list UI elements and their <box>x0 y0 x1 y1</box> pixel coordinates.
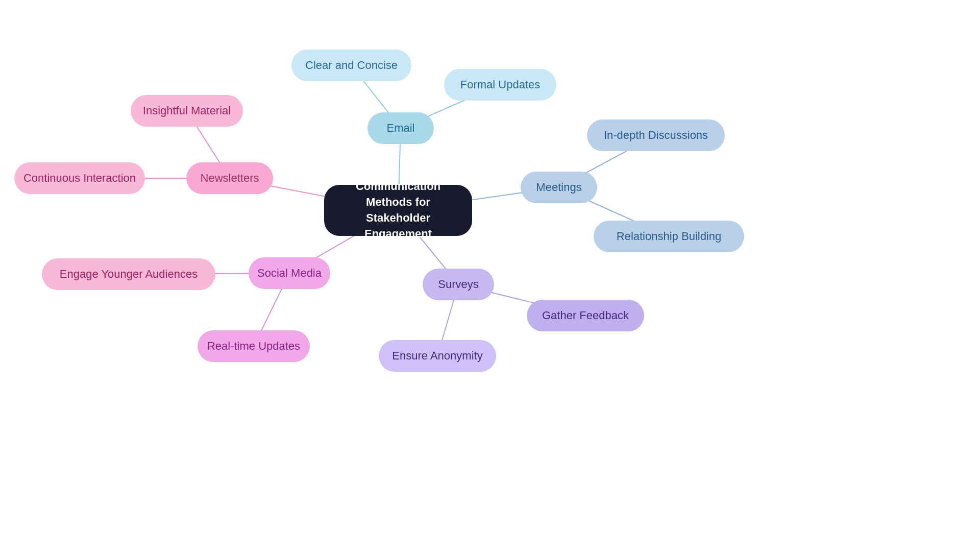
ensure-anon-label: Ensure Anonymity <box>392 349 482 363</box>
continuous-node: Continuous Interaction <box>14 162 145 194</box>
insightful-node: Insightful Material <box>131 95 243 127</box>
newsletters-label: Newsletters <box>201 172 259 185</box>
center-label: Communication Methods for Stakeholder En… <box>338 179 458 242</box>
social-media-node: Social Media <box>249 257 330 289</box>
realtime-label: Real-time Updates <box>207 340 300 353</box>
meetings-node: Meetings <box>521 172 597 203</box>
email-label: Email <box>386 122 414 135</box>
relationship-label: Relationship Building <box>617 230 721 243</box>
gather-feedback-node: Gather Feedback <box>527 300 644 331</box>
newsletters-node: Newsletters <box>186 162 273 194</box>
in-depth-label: In-depth Discussions <box>604 129 708 142</box>
insightful-label: Insightful Material <box>143 104 231 117</box>
engage-younger-node: Engage Younger Audiences <box>42 258 215 290</box>
engage-younger-label: Engage Younger Audiences <box>60 268 198 281</box>
surveys-label: Surveys <box>438 278 478 291</box>
relationship-node: Relationship Building <box>594 221 744 252</box>
surveys-node: Surveys <box>423 269 494 300</box>
realtime-node: Real-time Updates <box>198 330 310 362</box>
clear-concise-node: Clear and Concise <box>291 50 411 81</box>
formal-updates-label: Formal Updates <box>460 78 541 91</box>
gather-feedback-label: Gather Feedback <box>542 309 629 322</box>
clear-concise-label: Clear and Concise <box>305 59 398 72</box>
meetings-label: Meetings <box>536 181 581 194</box>
continuous-label: Continuous Interaction <box>23 172 136 185</box>
in-depth-node: In-depth Discussions <box>587 119 725 151</box>
formal-updates-node: Formal Updates <box>444 69 556 101</box>
email-node: Email <box>368 112 434 144</box>
center-node: Communication Methods for Stakeholder En… <box>324 185 472 236</box>
ensure-anon-node: Ensure Anonymity <box>379 340 496 372</box>
social-media-label: Social Media <box>257 267 322 280</box>
